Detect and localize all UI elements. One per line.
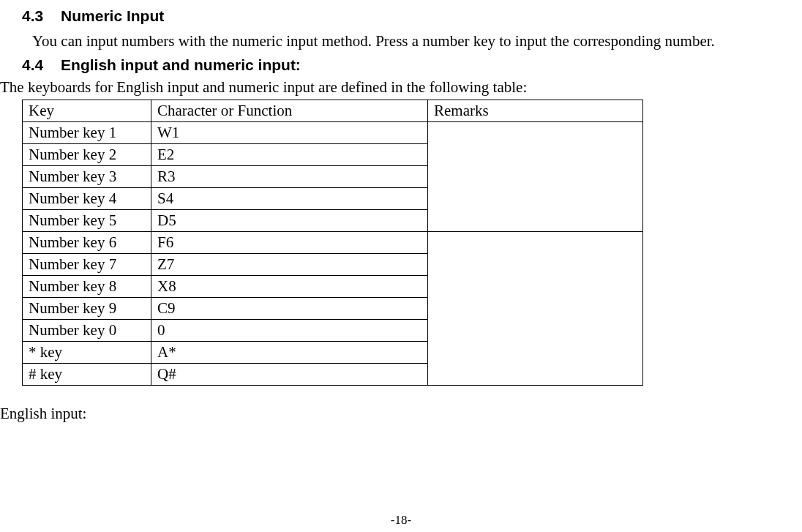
page-number: -18-: [0, 513, 802, 528]
cell-char: S4: [151, 187, 428, 209]
cell-key: Number key 7: [23, 253, 151, 275]
cell-char: F6: [151, 231, 428, 253]
key-table: Key Character or Function Remarks Number…: [22, 100, 643, 386]
col-header-char: Character or Function: [151, 100, 428, 121]
cell-key: Number key 0: [23, 319, 151, 341]
section-4-3-title: Numeric Input: [61, 7, 164, 25]
cell-key: Number key 4: [23, 187, 151, 209]
table-row: Number key 1 W1: [23, 121, 643, 143]
cell-key: Number key 6: [23, 231, 151, 253]
paragraph-4-3: You can input numbers with the numeric i…: [0, 29, 802, 53]
paragraph-4-4-intro: The keyboards for English input and nume…: [0, 78, 802, 97]
cell-char: Z7: [151, 253, 428, 275]
col-header-key: Key: [23, 100, 151, 121]
cell-key: Number key 5: [23, 209, 151, 231]
cell-key: Number key 3: [23, 165, 151, 187]
section-4-4-heading: 4.4 English input and numeric input:: [22, 56, 802, 74]
key-table-wrap: Key Character or Function Remarks Number…: [22, 100, 802, 386]
cell-char: 0: [151, 319, 428, 341]
cell-char: X8: [151, 275, 428, 297]
cell-char: E2: [151, 143, 428, 165]
section-4-3-heading: 4.3 Numeric Input: [22, 7, 802, 25]
cell-char: W1: [151, 121, 428, 143]
cell-key: Number key 9: [23, 297, 151, 319]
cell-key: Number key 8: [23, 275, 151, 297]
cell-char: R3: [151, 165, 428, 187]
table-header-row: Key Character or Function Remarks: [23, 100, 643, 121]
cell-char: A*: [151, 341, 428, 363]
col-header-remarks: Remarks: [428, 100, 643, 121]
cell-key: * key: [23, 341, 151, 363]
cell-key: Number key 2: [23, 143, 151, 165]
page: 4.3 Numeric Input You can input numbers …: [0, 0, 802, 532]
paragraph-english-input: English input:: [0, 405, 802, 423]
cell-key: # key: [23, 363, 151, 385]
section-4-3-number: 4.3: [22, 7, 43, 25]
cell-char: C9: [151, 297, 428, 319]
section-4-4-title: English input and numeric input:: [61, 56, 301, 74]
section-4-4-number: 4.4: [22, 56, 43, 74]
cell-key: Number key 1: [23, 121, 151, 143]
cell-char: Q#: [151, 363, 428, 385]
table-row: Number key 6 F6: [23, 231, 643, 253]
cell-remarks-group2: [428, 231, 643, 385]
cell-remarks-group1: [428, 121, 643, 231]
cell-char: D5: [151, 209, 428, 231]
